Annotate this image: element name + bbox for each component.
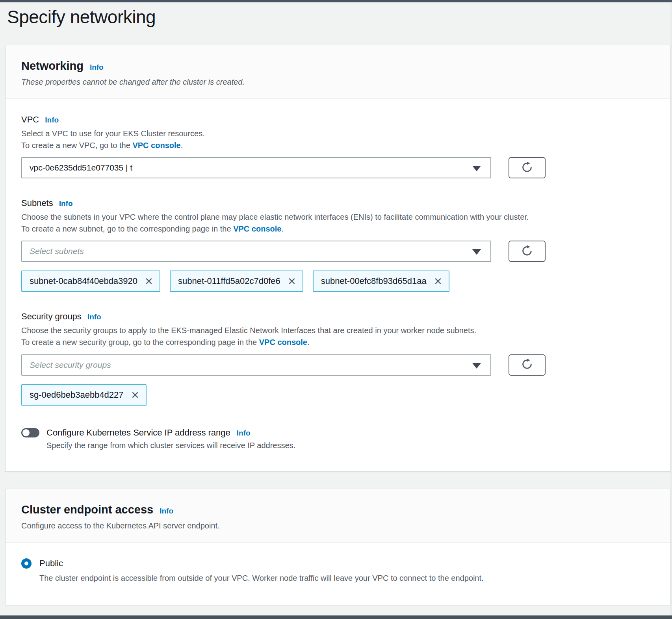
chevron-down-icon — [472, 249, 481, 255]
window-bottom-edge — [0, 615, 672, 619]
refresh-icon — [521, 161, 533, 174]
subnet-chip: subnet-011ffd5a02c7d0fe6 — [170, 271, 303, 292]
vpc-description-line2: To create a new VPC, go to the VPC conso… — [21, 140, 654, 152]
security-groups-info-link[interactable]: Info — [87, 313, 101, 321]
subnets-refresh-button[interactable] — [509, 241, 546, 262]
networking-card-subtitle: These properties cannot be changed after… — [21, 76, 654, 87]
security-groups-description-line1: Choose the security groups to apply to t… — [21, 325, 654, 337]
subnets-info-link[interactable]: Info — [59, 199, 73, 208]
vpc-desc-suffix: . — [181, 141, 183, 150]
remove-subnet-button[interactable] — [288, 277, 296, 285]
subnets-desc-prefix: To create a new subnet, go to the corres… — [21, 224, 233, 233]
toggle-knob — [22, 429, 30, 436]
vpc-refresh-button[interactable] — [509, 157, 546, 178]
security-groups-desc-prefix: To create a new security group, go to th… — [21, 338, 259, 347]
vpc-description-line1: Select a VPC to use for your EKS Cluster… — [21, 128, 654, 140]
subnets-description-line2: To create a new subnet, go to the corres… — [21, 223, 654, 235]
service-ip-range-label: Configure Kubernetes Service IP address … — [46, 428, 230, 438]
security-groups-select-placeholder: Select security groups — [30, 360, 111, 370]
cluster-endpoint-card-header: Cluster endpoint access Info Configure a… — [6, 489, 670, 543]
subnet-chip: subnet-0cab84f40ebda3920 — [21, 271, 160, 292]
subnets-select[interactable]: Select subnets — [21, 241, 491, 262]
networking-card-content: VPC Info Select a VPC to use for your EK… — [6, 99, 670, 471]
security-groups-refresh-button[interactable] — [509, 354, 546, 376]
networking-info-link[interactable]: Info — [90, 63, 104, 72]
security-group-chips: sg-0ed6beb3aebb4d227 — [21, 376, 654, 406]
vpc-select-value: vpc-0e6235dd51e077035 | t — [30, 163, 132, 172]
cluster-endpoint-card-content: Public The cluster endpoint is accessibl… — [6, 543, 670, 605]
cluster-endpoint-card-title: Cluster endpoint access — [21, 503, 153, 516]
vpc-desc-prefix: To create a new VPC, go to the — [21, 141, 132, 150]
subnets-select-placeholder: Select subnets — [30, 246, 84, 256]
subnet-chip-label: subnet-011ffd5a02c7d0fe6 — [178, 276, 280, 286]
security-groups-field-group: Security groups Info Choose the security… — [21, 311, 654, 405]
cluster-endpoint-card-subtitle: Configure access to the Kubernetes API s… — [21, 520, 654, 531]
subnet-chip-label: subnet-0cab84f40ebda3920 — [30, 276, 137, 286]
security-group-chip: sg-0ed6beb3aebb4d227 — [21, 384, 147, 406]
endpoint-access-options: Public The cluster endpoint is accessibl… — [21, 558, 654, 584]
chevron-down-icon — [472, 363, 481, 369]
service-ip-range-toggle[interactable] — [21, 428, 39, 437]
remove-security-group-button[interactable] — [131, 391, 139, 399]
refresh-icon — [521, 358, 533, 371]
remove-subnet-button[interactable] — [434, 277, 442, 285]
service-ip-range-group: Configure Kubernetes Service IP address … — [21, 428, 654, 450]
vpc-label: VPC — [21, 115, 39, 125]
vpc-info-link[interactable]: Info — [45, 116, 59, 124]
subnet-chip: subnet-00efc8fb93d65d1aa — [313, 271, 449, 292]
radio-public-label: Public — [39, 558, 63, 569]
subnets-label: Subnets — [21, 198, 53, 208]
vpc-select[interactable]: vpc-0e6235dd51e077035 | t — [21, 157, 491, 178]
vpc-field-group: VPC Info Select a VPC to use for your EK… — [21, 115, 654, 178]
security-group-chip-label: sg-0ed6beb3aebb4d227 — [30, 390, 124, 400]
networking-card-title: Networking — [21, 59, 84, 72]
scrollbar-track[interactable] — [670, 2, 672, 615]
security-groups-label: Security groups — [21, 311, 82, 322]
service-ip-range-info-link[interactable]: Info — [237, 429, 251, 437]
radio-public[interactable] — [21, 558, 32, 569]
cluster-endpoint-card: Cluster endpoint access Info Configure a… — [5, 489, 670, 605]
cluster-endpoint-info-link[interactable]: Info — [160, 507, 173, 515]
subnets-vpc-console-link[interactable]: VPC console — [233, 224, 281, 233]
security-groups-description-line2: To create a new security group, go to th… — [21, 337, 654, 348]
service-ip-range-description: Specify the range from which cluster ser… — [46, 441, 654, 450]
networking-card-header: Networking Info These properties cannot … — [6, 45, 670, 99]
security-groups-desc-suffix: . — [307, 338, 310, 347]
refresh-icon — [521, 245, 533, 258]
networking-card: Networking Info These properties cannot … — [5, 45, 670, 472]
radio-public-description: The cluster endpoint is accessible from … — [39, 573, 654, 584]
subnets-field-group: Subnets Info Choose the subnets in your … — [21, 198, 654, 292]
security-groups-select[interactable]: Select security groups — [21, 354, 491, 376]
subnet-chip-label: subnet-00efc8fb93d65d1aa — [321, 276, 427, 286]
chevron-down-icon — [472, 166, 481, 171]
subnet-chips: subnet-0cab84f40ebda3920 subnet-011ffd5a… — [21, 262, 654, 292]
subnets-desc-suffix: . — [281, 224, 284, 233]
page-title: Specify networking — [0, 0, 672, 28]
security-groups-vpc-console-link[interactable]: VPC console — [259, 338, 307, 347]
vpc-console-link[interactable]: VPC console — [132, 141, 180, 150]
window-top-edge — [0, 0, 672, 2]
subnets-description-line1: Choose the subnets in your VPC where the… — [21, 211, 654, 223]
remove-subnet-button[interactable] — [145, 277, 153, 285]
